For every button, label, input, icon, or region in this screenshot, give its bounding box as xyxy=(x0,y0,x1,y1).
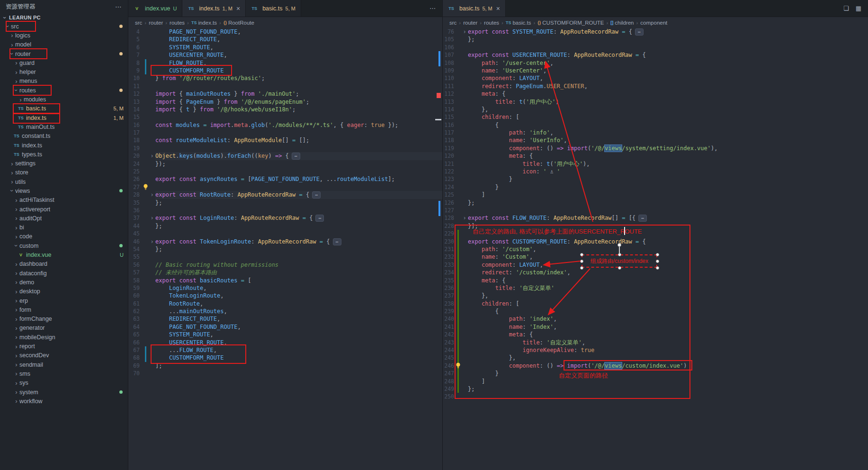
right-line-240[interactable]: 240 path: 'index', xyxy=(443,315,868,323)
tree-folder-generator[interactable]: ›generator xyxy=(0,324,128,333)
tree-folder-code[interactable]: ›code xyxy=(0,232,128,241)
tree-folder-router[interactable]: ›router xyxy=(0,49,128,58)
mid-line-65[interactable]: 65 SYSTEM_ROUTE, xyxy=(128,331,442,338)
breadcrumb-index.ts[interactable]: TSindex.ts xyxy=(191,20,217,26)
mid-line-62[interactable]: 62 ...mainOutRoutes, xyxy=(128,307,442,315)
mid-line-70[interactable]: 70 xyxy=(128,370,442,377)
right-line-121[interactable]: 121 title: t('用户中心'), xyxy=(443,160,868,168)
breadcrumb-src[interactable]: src xyxy=(135,20,142,26)
mid-line-44[interactable]: 44}; xyxy=(128,222,442,230)
mid-line-45[interactable]: 45 xyxy=(128,230,442,237)
right-line-246[interactable]: 246 component: () => import('/@/views/cu… xyxy=(443,362,868,370)
right-line-107[interactable]: 107export const USERCENTER_ROUTE: AppRou… xyxy=(443,51,868,59)
right-line-238[interactable]: 238 children: [ xyxy=(443,300,868,307)
breadcrumb-CUSTOMFORM_ROUTE[interactable]: {}CUSTOMFORM_ROUTE xyxy=(537,20,604,26)
mid-line-68[interactable]: 68 CUSTOMFORM_ROUTE xyxy=(128,354,442,362)
mid-line-6[interactable]: 6 SYSTEM_ROUTE, xyxy=(128,44,442,51)
workspace-section-header[interactable]: › LEARUN PC xyxy=(0,13,128,22)
breadcrumb-basic.ts[interactable]: TSbasic.ts xyxy=(506,20,531,26)
tree-folder-sms[interactable]: ›sms xyxy=(0,369,128,378)
mid-line-64[interactable]: 64 PAGE_NOT_FOUND_ROUTE, xyxy=(128,323,442,331)
right-line-106[interactable]: 106 xyxy=(443,44,868,51)
breadcrumb-router[interactable]: router xyxy=(463,20,477,26)
mid-line-9[interactable]: 9 CUSTOMFORM_ROUTE xyxy=(128,67,442,74)
breadcrumb-src[interactable]: src xyxy=(449,20,456,26)
right-line-250[interactable]: 250 xyxy=(443,393,868,400)
right-line-123[interactable]: 123 } xyxy=(443,175,868,183)
tree-folder-views[interactable]: ›views xyxy=(0,186,128,195)
tree-folder-demo[interactable]: ›demo xyxy=(0,278,128,287)
tree-folder-logics[interactable]: ›logics xyxy=(0,31,128,40)
close-icon[interactable]: × xyxy=(496,5,500,12)
tree-file-index.vue[interactable]: Vindex.vueU xyxy=(0,250,128,259)
right-line-249[interactable]: 249}; xyxy=(443,385,868,393)
tree-folder-store[interactable]: ›store xyxy=(0,168,128,177)
right-line-229[interactable]: 229 xyxy=(443,230,868,237)
tree-folder-guard[interactable]: ›guard xyxy=(0,58,128,67)
right-line-110[interactable]: 110 component: LAYOUT, xyxy=(443,74,868,82)
mid-line-11[interactable]: 11 xyxy=(128,82,442,90)
mid-line-58[interactable]: 58export const basicRoutes = [ xyxy=(128,277,442,284)
tree-folder-mobileDesign[interactable]: ›mobileDesign xyxy=(0,333,128,342)
right-line-109[interactable]: 109 name: 'UserCenter', xyxy=(443,67,868,74)
tree-folder-bi[interactable]: ›bi xyxy=(0,223,128,232)
tree-folder-desktop[interactable]: ›desktop xyxy=(0,287,128,296)
right-line-111[interactable]: 111 redirect: PageEnum.USER_CENTER, xyxy=(443,82,868,90)
right-line-239[interactable]: 239 { xyxy=(443,307,868,315)
tree-folder-dashboard[interactable]: ›dashboard xyxy=(0,260,128,269)
right-line-113[interactable]: 113 title: t('用户中心') xyxy=(443,98,868,106)
mid-line-12[interactable]: 12import { mainOutRoutes } from './mainO… xyxy=(128,90,442,98)
right-line-118[interactable]: 118 name: 'UserInfo', xyxy=(443,136,868,144)
mid-line-55[interactable]: 55 xyxy=(128,253,442,261)
mid-line-14[interactable]: 14import { t } from '/@/hooks/web/useI18… xyxy=(128,106,442,113)
mid-line-19[interactable]: 19 xyxy=(128,145,442,152)
mid-line-37[interactable]: 37›export const LoginRoute: AppRouteReco… xyxy=(128,214,442,222)
tree-folder-custom[interactable]: ›custom xyxy=(0,241,128,250)
right-line-243[interactable]: 243 title: '自定义菜单', xyxy=(443,339,868,346)
tree-folder-model[interactable]: ›model xyxy=(0,40,128,49)
right-line-233[interactable]: 233 component: LAYOUT, xyxy=(443,261,868,269)
mid-line-36[interactable]: 36 xyxy=(128,207,442,214)
tree-folder-src[interactable]: ›src xyxy=(0,22,128,31)
breadcrumb-component[interactable]: component xyxy=(640,20,667,26)
breadcrumb-router[interactable]: router xyxy=(149,20,163,26)
mid-line-66[interactable]: 66 USERCENTER_ROUTE, xyxy=(128,339,442,346)
right-line-242[interactable]: 242 meta: { xyxy=(443,331,868,338)
tree-folder-secondDev[interactable]: ›secondDev xyxy=(0,351,128,360)
fold-chevron-icon[interactable]: › xyxy=(149,238,155,245)
mid-line-10[interactable]: 10} from '/@/router/routes/basic'; xyxy=(128,74,442,82)
mid-line-16[interactable]: 16const modules = import.meta.glob('./mo… xyxy=(128,121,442,129)
tree-folder-actHiTaskinst[interactable]: ›actHiTaskinst xyxy=(0,196,128,205)
tree-folder-modules[interactable]: ›modules xyxy=(0,95,128,104)
right-line-119[interactable]: 119 component: () => import('/@/views/sy… xyxy=(443,145,868,152)
right-line-234[interactable]: 234 redirect: '/custom/index', xyxy=(443,269,868,276)
tree-folder-menus[interactable]: ›menus xyxy=(0,77,128,86)
mid-line-54[interactable]: 54}; xyxy=(128,245,442,253)
right-line-76[interactable]: 76›export const SYSTEM_ROUTE: AppRouteRe… xyxy=(443,28,868,36)
mid-line-15[interactable]: 15 xyxy=(128,113,442,121)
mid-line-5[interactable]: 5 REDIRECT_ROUTE, xyxy=(128,36,442,43)
right-line-114[interactable]: 114 }, xyxy=(443,106,868,113)
mid-line-61[interactable]: 61 RootRoute, xyxy=(128,300,442,307)
tree-file-index.ts[interactable]: TSindex.ts1, M xyxy=(0,113,128,122)
right-line-237[interactable]: 237 }, xyxy=(443,292,868,299)
split-editor-icon[interactable]: ❏ xyxy=(843,5,849,12)
tree-folder-form[interactable]: ›form xyxy=(0,305,128,314)
tree-folder-settings[interactable]: ›settings xyxy=(0,159,128,168)
tree-folder-helper[interactable]: ›helper xyxy=(0,67,128,76)
tree-file-constant.ts[interactable]: TSconstant.ts xyxy=(0,132,128,141)
tree-folder-formChange[interactable]: ›formChange xyxy=(0,315,128,324)
right-line-124[interactable]: 124 } xyxy=(443,183,868,191)
tree-folder-workflow[interactable]: ›workflow xyxy=(0,397,128,406)
tree-file-basic.ts[interactable]: TSbasic.ts5, M xyxy=(0,104,128,113)
mid-line-26[interactable]: 26export const asyncRoutes = [PAGE_NOT_F… xyxy=(128,175,442,183)
right-line-128[interactable]: 128›export const FLOW_ROUTE: AppRouteRec… xyxy=(443,214,868,222)
right-line-120[interactable]: 120 meta: { xyxy=(443,152,868,160)
right-line-127[interactable]: 127 xyxy=(443,207,868,214)
layout-icon[interactable]: ▦ xyxy=(856,5,861,12)
right-line-108[interactable]: 108 path: '/user-center', xyxy=(443,59,868,67)
right-line-235[interactable]: 235 meta: { xyxy=(443,277,868,284)
mid-line-46[interactable]: 46›export const TokenLoginRoute: AppRout… xyxy=(128,238,442,245)
mid-line-60[interactable]: 60 TokenLoginRoute, xyxy=(128,292,442,299)
breadcrumb-children[interactable]: []children xyxy=(610,20,634,26)
